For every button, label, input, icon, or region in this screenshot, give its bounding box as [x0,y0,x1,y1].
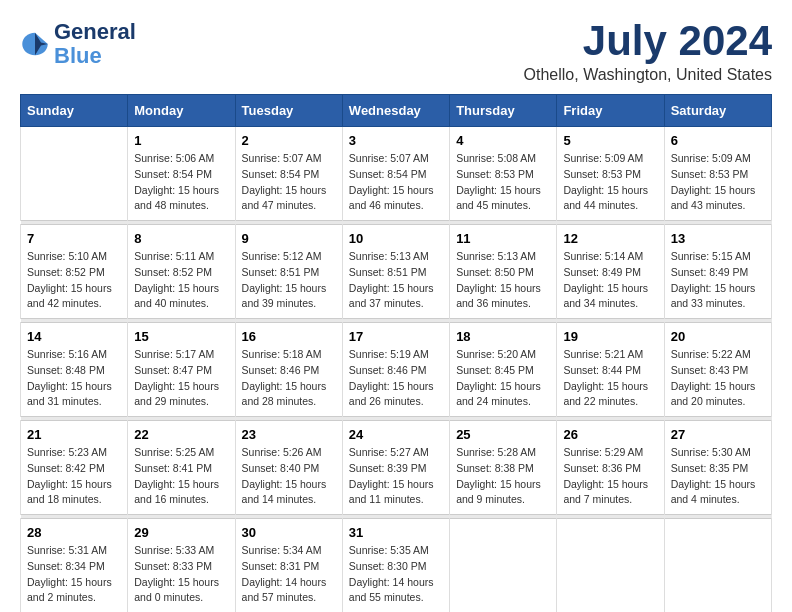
cell-week5-day1: 29Sunrise: 5:33 AM Sunset: 8:33 PM Dayli… [128,519,235,613]
day-number: 26 [563,427,657,442]
day-number: 19 [563,329,657,344]
col-saturday: Saturday [664,95,771,127]
cell-week2-day4: 11Sunrise: 5:13 AM Sunset: 8:50 PM Dayli… [450,225,557,319]
day-info: Sunrise: 5:34 AM Sunset: 8:31 PM Dayligh… [242,543,336,606]
cell-week5-day2: 30Sunrise: 5:34 AM Sunset: 8:31 PM Dayli… [235,519,342,613]
logo-text: GeneralBlue [54,20,136,68]
col-monday: Monday [128,95,235,127]
cell-week1-day0 [21,127,128,221]
day-info: Sunrise: 5:33 AM Sunset: 8:33 PM Dayligh… [134,543,228,606]
col-tuesday: Tuesday [235,95,342,127]
day-info: Sunrise: 5:25 AM Sunset: 8:41 PM Dayligh… [134,445,228,508]
day-number: 8 [134,231,228,246]
week-row-2: 7Sunrise: 5:10 AM Sunset: 8:52 PM Daylig… [21,225,772,319]
cell-week4-day0: 21Sunrise: 5:23 AM Sunset: 8:42 PM Dayli… [21,421,128,515]
week-row-1: 1Sunrise: 5:06 AM Sunset: 8:54 PM Daylig… [21,127,772,221]
day-info: Sunrise: 5:09 AM Sunset: 8:53 PM Dayligh… [563,151,657,214]
day-number: 15 [134,329,228,344]
day-number: 2 [242,133,336,148]
day-info: Sunrise: 5:10 AM Sunset: 8:52 PM Dayligh… [27,249,121,312]
logo: GeneralBlue [20,20,136,68]
cell-week4-day5: 26Sunrise: 5:29 AM Sunset: 8:36 PM Dayli… [557,421,664,515]
day-info: Sunrise: 5:12 AM Sunset: 8:51 PM Dayligh… [242,249,336,312]
day-number: 11 [456,231,550,246]
cell-week2-day0: 7Sunrise: 5:10 AM Sunset: 8:52 PM Daylig… [21,225,128,319]
cell-week4-day6: 27Sunrise: 5:30 AM Sunset: 8:35 PM Dayli… [664,421,771,515]
day-number: 17 [349,329,443,344]
cell-week3-day5: 19Sunrise: 5:21 AM Sunset: 8:44 PM Dayli… [557,323,664,417]
day-info: Sunrise: 5:11 AM Sunset: 8:52 PM Dayligh… [134,249,228,312]
day-info: Sunrise: 5:26 AM Sunset: 8:40 PM Dayligh… [242,445,336,508]
cell-week3-day4: 18Sunrise: 5:20 AM Sunset: 8:45 PM Dayli… [450,323,557,417]
cell-week4-day4: 25Sunrise: 5:28 AM Sunset: 8:38 PM Dayli… [450,421,557,515]
cell-week5-day4 [450,519,557,613]
day-info: Sunrise: 5:14 AM Sunset: 8:49 PM Dayligh… [563,249,657,312]
day-number: 10 [349,231,443,246]
day-number: 9 [242,231,336,246]
cell-week2-day6: 13Sunrise: 5:15 AM Sunset: 8:49 PM Dayli… [664,225,771,319]
day-info: Sunrise: 5:18 AM Sunset: 8:46 PM Dayligh… [242,347,336,410]
cell-week3-day0: 14Sunrise: 5:16 AM Sunset: 8:48 PM Dayli… [21,323,128,417]
day-info: Sunrise: 5:13 AM Sunset: 8:51 PM Dayligh… [349,249,443,312]
day-number: 4 [456,133,550,148]
day-info: Sunrise: 5:35 AM Sunset: 8:30 PM Dayligh… [349,543,443,606]
day-number: 25 [456,427,550,442]
cell-week5-day6 [664,519,771,613]
cell-week2-day3: 10Sunrise: 5:13 AM Sunset: 8:51 PM Dayli… [342,225,449,319]
cell-week2-day1: 8Sunrise: 5:11 AM Sunset: 8:52 PM Daylig… [128,225,235,319]
day-number: 23 [242,427,336,442]
col-wednesday: Wednesday [342,95,449,127]
col-thursday: Thursday [450,95,557,127]
day-info: Sunrise: 5:07 AM Sunset: 8:54 PM Dayligh… [242,151,336,214]
logo-icon [20,29,50,59]
week-row-4: 21Sunrise: 5:23 AM Sunset: 8:42 PM Dayli… [21,421,772,515]
day-info: Sunrise: 5:15 AM Sunset: 8:49 PM Dayligh… [671,249,765,312]
day-info: Sunrise: 5:19 AM Sunset: 8:46 PM Dayligh… [349,347,443,410]
day-number: 7 [27,231,121,246]
day-info: Sunrise: 5:27 AM Sunset: 8:39 PM Dayligh… [349,445,443,508]
day-info: Sunrise: 5:29 AM Sunset: 8:36 PM Dayligh… [563,445,657,508]
cell-week1-day3: 3Sunrise: 5:07 AM Sunset: 8:54 PM Daylig… [342,127,449,221]
day-number: 13 [671,231,765,246]
day-info: Sunrise: 5:16 AM Sunset: 8:48 PM Dayligh… [27,347,121,410]
day-info: Sunrise: 5:22 AM Sunset: 8:43 PM Dayligh… [671,347,765,410]
cell-week3-day2: 16Sunrise: 5:18 AM Sunset: 8:46 PM Dayli… [235,323,342,417]
main-title: July 2024 [524,20,772,62]
day-number: 3 [349,133,443,148]
day-info: Sunrise: 5:17 AM Sunset: 8:47 PM Dayligh… [134,347,228,410]
cell-week1-day2: 2Sunrise: 5:07 AM Sunset: 8:54 PM Daylig… [235,127,342,221]
cell-week4-day1: 22Sunrise: 5:25 AM Sunset: 8:41 PM Dayli… [128,421,235,515]
day-number: 29 [134,525,228,540]
day-number: 21 [27,427,121,442]
day-number: 12 [563,231,657,246]
day-number: 27 [671,427,765,442]
day-info: Sunrise: 5:21 AM Sunset: 8:44 PM Dayligh… [563,347,657,410]
page-container: GeneralBlue July 2024 Othello, Washingto… [20,20,772,612]
day-info: Sunrise: 5:30 AM Sunset: 8:35 PM Dayligh… [671,445,765,508]
cell-week1-day5: 5Sunrise: 5:09 AM Sunset: 8:53 PM Daylig… [557,127,664,221]
cell-week3-day1: 15Sunrise: 5:17 AM Sunset: 8:47 PM Dayli… [128,323,235,417]
col-friday: Friday [557,95,664,127]
day-number: 24 [349,427,443,442]
day-info: Sunrise: 5:28 AM Sunset: 8:38 PM Dayligh… [456,445,550,508]
title-block: July 2024 Othello, Washington, United St… [524,20,772,84]
week-row-5: 28Sunrise: 5:31 AM Sunset: 8:34 PM Dayli… [21,519,772,613]
day-number: 28 [27,525,121,540]
day-info: Sunrise: 5:20 AM Sunset: 8:45 PM Dayligh… [456,347,550,410]
day-number: 30 [242,525,336,540]
header-row: Sunday Monday Tuesday Wednesday Thursday… [21,95,772,127]
day-number: 31 [349,525,443,540]
day-number: 14 [27,329,121,344]
day-info: Sunrise: 5:31 AM Sunset: 8:34 PM Dayligh… [27,543,121,606]
day-info: Sunrise: 5:06 AM Sunset: 8:54 PM Dayligh… [134,151,228,214]
day-number: 20 [671,329,765,344]
subtitle: Othello, Washington, United States [524,66,772,84]
day-number: 22 [134,427,228,442]
cell-week1-day4: 4Sunrise: 5:08 AM Sunset: 8:53 PM Daylig… [450,127,557,221]
cell-week1-day1: 1Sunrise: 5:06 AM Sunset: 8:54 PM Daylig… [128,127,235,221]
cell-week3-day3: 17Sunrise: 5:19 AM Sunset: 8:46 PM Dayli… [342,323,449,417]
cell-week2-day2: 9Sunrise: 5:12 AM Sunset: 8:51 PM Daylig… [235,225,342,319]
col-sunday: Sunday [21,95,128,127]
cell-week5-day3: 31Sunrise: 5:35 AM Sunset: 8:30 PM Dayli… [342,519,449,613]
day-info: Sunrise: 5:23 AM Sunset: 8:42 PM Dayligh… [27,445,121,508]
